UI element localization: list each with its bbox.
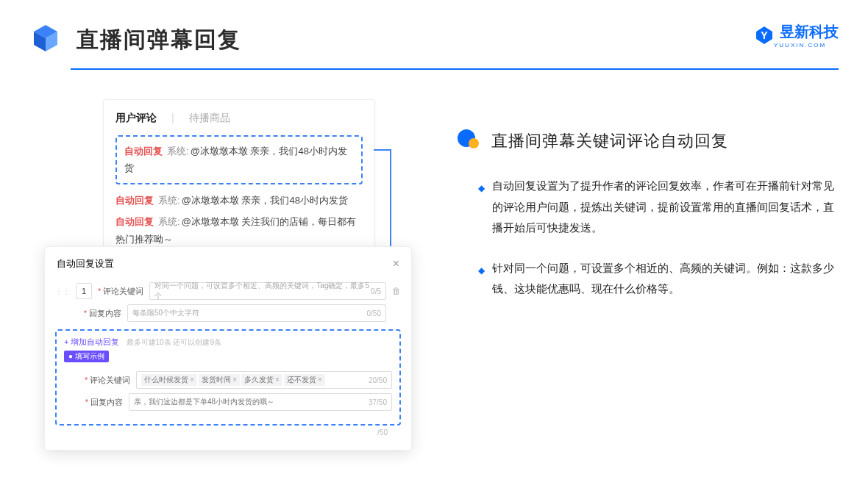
add-autoreply-link[interactable]: + 增加自动回复 [64, 337, 119, 346]
keyword-tag: 发货时间× [199, 374, 240, 386]
reply-input[interactable]: 每条限50个中文字符0/50 [127, 304, 386, 322]
comment-line: 自动回复系统:@冰墩墩本墩 关注我们的店铺，每日都有热门推荐呦～ [115, 213, 363, 248]
keyword-tag: 多久发货× [241, 374, 282, 386]
rule-row: 回复内容 每条限50个中文字符0/50 [55, 304, 401, 322]
limit-hint: 最多可建10条 还可以创建9条 [127, 338, 221, 346]
highlighted-autoreply-row: 自动回复系统:@冰墩墩本墩 亲亲，我们48小时内发货 [115, 135, 363, 184]
example-reply-input: 亲，我们这边都是下单48小时内发货的哦～ 37/50 [129, 393, 392, 411]
label-keyword: 评论关键词 [85, 375, 130, 386]
bullet-item: ◆针对同一个问题，可设置多个相近的、高频的关键词。例如：这款多少钱、这块能优惠吗… [478, 258, 839, 300]
bullet-item: ◆自动回复设置为了提升作者的评论回复效率，作者可在开播前针对常见的评论用户问题，… [478, 176, 839, 239]
example-keyword-input: 什么时候发货×发货时间×多久发货×还不发货× 20/50 [136, 371, 392, 389]
keyword-input[interactable]: 对同一个问题，可设置多个相近、高频的关键词，Tag确定，最多5个0/5 [149, 282, 386, 300]
close-icon[interactable]: × [393, 257, 399, 270]
tab-divider: | [171, 112, 174, 125]
example-badge: ● 填写示例 [64, 351, 109, 362]
brand-logo: Y 昱新科技 YUUXIN.COM [755, 22, 839, 49]
drag-handle-icon[interactable]: ⋮⋮ [55, 287, 70, 295]
delete-icon[interactable]: 🗑 [392, 286, 401, 296]
label-keyword: 评论关键词 [98, 286, 143, 297]
comment-line: 自动回复系统:@冰墩墩本墩 亲亲，我们48小时内发货 [115, 192, 363, 209]
svg-point-5 [469, 138, 479, 148]
autoreply-settings-modal: 自动回复设置 × ⋮⋮ 评论关键词 对同一个问题，可设置多个相近、高频的关键词，… [44, 246, 412, 451]
brand-name: 昱新科技 [780, 24, 839, 40]
page-title: 直播间弹幕回复 [77, 25, 241, 55]
example-block: + 增加自动回复 最多可建10条 还可以创建9条 ● 填写示例 评论关键词 什么… [55, 329, 401, 426]
section-title: 直播间弹幕关键词评论自动回复 [491, 130, 728, 152]
autoreply-tag: 自动回复 [124, 146, 163, 157]
row-counter: /50 [55, 428, 401, 437]
chat-bubble-icon [456, 129, 481, 154]
brand-sub: YUUXIN.COM [774, 42, 839, 49]
rule-row: ⋮⋮ 评论关键词 对同一个问题，可设置多个相近、高频的关键词，Tag确定，最多5… [55, 282, 401, 300]
modal-title: 自动回复设置 [57, 257, 114, 270]
keyword-tag: 还不发货× [284, 374, 325, 386]
label-reply: 回复内容 [83, 308, 121, 319]
tab-pending-goods[interactable]: 待播商品 [189, 112, 230, 125]
keyword-tag: 什么时候发货× [141, 374, 197, 386]
cube-icon [29, 22, 62, 57]
connector-line [374, 149, 391, 151]
tab-user-comments[interactable]: 用户评论 [115, 112, 157, 125]
label-reply: 回复内容 [85, 397, 123, 408]
svg-text:Y: Y [761, 29, 768, 41]
rule-index-input[interactable] [76, 283, 92, 299]
comment-panel: 用户评论 | 待播商品 自动回复系统:@冰墩墩本墩 亲亲，我们48小时内发货 自… [103, 99, 375, 266]
